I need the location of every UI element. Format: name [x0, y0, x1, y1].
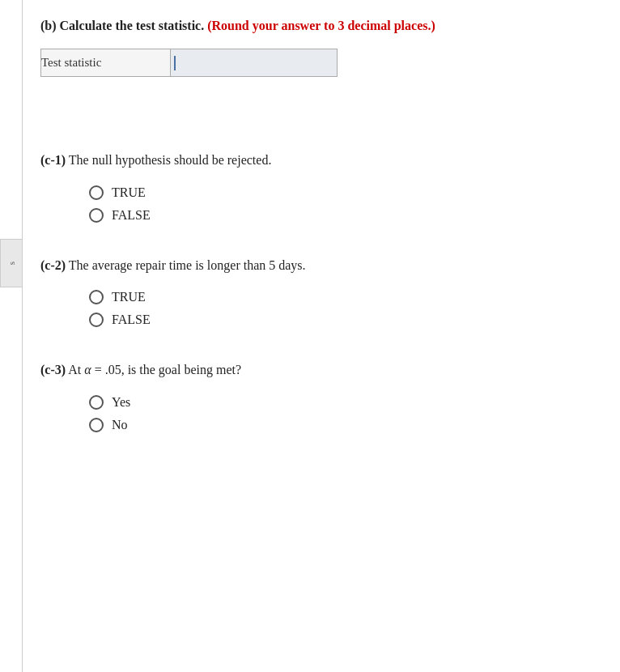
c1-false-option[interactable]: FALSE [89, 208, 588, 223]
section-c3: (c-3) At α = .05, is the goal being met?… [40, 359, 588, 432]
c3-no-option[interactable]: No [89, 418, 588, 432]
section-c1-question: (c-1) The null hypothesis should be reje… [40, 150, 588, 171]
c3-yes-radio[interactable] [89, 395, 104, 410]
test-statistic-table: Test statistic [40, 49, 338, 77]
section-c2-question: (c-2) The average repair time is longer … [40, 255, 588, 276]
section-b-label: (b) [40, 19, 57, 32]
c1-false-label: FALSE [112, 208, 151, 223]
alpha-symbol: α [84, 363, 91, 376]
test-statistic-label: Test statistic [41, 49, 171, 77]
c3-yes-option[interactable]: Yes [89, 395, 588, 410]
cursor-indicator [174, 56, 176, 70]
c3-yes-label: Yes [112, 395, 130, 410]
section-b: (b) Calculate the test statistic. (Round… [40, 16, 588, 77]
c2-false-option[interactable]: FALSE [89, 313, 588, 327]
c1-true-option[interactable]: TRUE [89, 185, 588, 200]
section-b-red-instruction: (Round your answer to 3 decimal places.) [207, 19, 435, 32]
section-c1-label: (c-1) [40, 153, 66, 167]
c2-true-label: TRUE [112, 290, 146, 304]
section-c2-options: TRUE FALSE [89, 290, 588, 327]
table-row: Test statistic [41, 49, 338, 77]
section-b-instruction: Calculate the test statistic. [57, 19, 208, 32]
c3-no-radio[interactable] [89, 418, 104, 432]
section-c2-label: (c-2) [40, 258, 66, 272]
c2-false-radio[interactable] [89, 313, 104, 327]
section-c1-text: The null hypothesis should be rejected. [66, 153, 271, 167]
c1-true-radio[interactable] [89, 185, 104, 200]
section-c1: (c-1) The null hypothesis should be reje… [40, 150, 588, 223]
spacer-2 [40, 125, 588, 150]
page-wrapper: (b) Calculate the test statistic. (Round… [0, 0, 620, 497]
spacer-1 [40, 101, 588, 125]
section-c3-options: Yes No [89, 395, 588, 432]
section-c1-options: TRUE FALSE [89, 185, 588, 223]
section-c2: (c-2) The average repair time is longer … [40, 255, 588, 328]
section-c3-question: (c-3) At α = .05, is the goal being met? [40, 359, 588, 381]
section-c3-text-start: At [66, 363, 84, 376]
section-b-title: (b) Calculate the test statistic. (Round… [40, 16, 588, 36]
test-statistic-input[interactable] [171, 49, 337, 76]
c3-no-label: No [112, 418, 128, 432]
c1-false-radio[interactable] [89, 208, 104, 223]
test-statistic-input-cell[interactable] [171, 49, 338, 77]
section-c3-text-end: = .05, is the goal being met? [91, 363, 241, 376]
c2-false-label: FALSE [112, 313, 151, 327]
c1-true-label: TRUE [112, 185, 146, 200]
c2-true-radio[interactable] [89, 290, 104, 304]
c2-true-option[interactable]: TRUE [89, 290, 588, 304]
section-c2-text: The average repair time is longer than 5… [66, 258, 305, 272]
section-c3-label: (c-3) [40, 363, 66, 376]
